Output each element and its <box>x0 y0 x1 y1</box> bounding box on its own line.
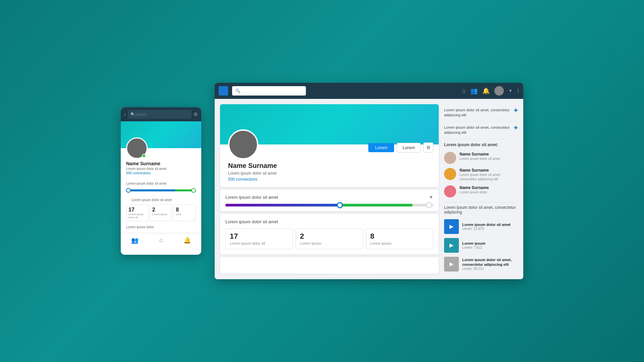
sidebar-person-2-desc: Lorem ipsum dolor sit amet, consectetur … <box>460 173 518 181</box>
mobile-nav-home-icon[interactable]: ⌂ <box>159 237 163 244</box>
sidebar-ad-1-icon[interactable]: ✚ <box>514 108 518 113</box>
mobile-slider-thumb-left[interactable] <box>126 188 131 193</box>
stat-3-label: Lorem ipsum <box>370 241 429 245</box>
sidebar-person-1-avatar <box>444 152 456 164</box>
mobile-stats-label: Lorem ipsum dolor sit amet <box>126 195 196 203</box>
sidebar-person-3-info: Name Surname Lorem ipsum dolor <box>460 185 518 194</box>
mobile-profile-subtitle: Lorem ipsum dolor sit amet <box>126 167 196 171</box>
sidebar-person-3-desc: Lorem ipsum dolor <box>460 190 518 194</box>
stat-3-number: 8 <box>370 232 429 241</box>
sidebar-media-3-title: Lorem ipsum dolor sit amet, consectetur … <box>462 257 518 267</box>
slider-thumb-right[interactable] <box>426 202 432 208</box>
sidebar-ad-2-icon[interactable]: ✚ <box>514 125 518 130</box>
desktop-search-input[interactable] <box>243 88 303 93</box>
desktop-logo <box>219 86 228 96</box>
desktop-search-wrapper: 🔍 <box>232 86 306 96</box>
sidebar-ad-1-text: Lorem ipsum dolor sit amet, consectetur … <box>444 108 511 118</box>
sidebar-ad-2-text: Lorem ipsum dolor sit amet, consectetur … <box>444 125 511 135</box>
mobile-stat-3: 8 Lore <box>173 204 196 221</box>
profile-settings-button[interactable]: ⚙ <box>423 142 433 153</box>
stat-1-number: 17 <box>230 232 288 241</box>
mobile-slider-thumb-right[interactable] <box>191 188 196 193</box>
mobile-stat-1-label: Lorem ipsum dolor sit <box>128 213 146 219</box>
sidebar-person-2: Name Surname Lorem ipsum dolor sit amet,… <box>444 166 518 183</box>
desktop-grid-icon[interactable]: ⁝ <box>517 87 519 95</box>
sidebar-media-3-count: Lorem: 30.211 <box>462 267 518 270</box>
desktop-search-icon: 🔍 <box>235 88 240 93</box>
mobile-stat-1: 17 Lorem ipsum dolor sit <box>126 204 149 221</box>
desktop-people-icon[interactable]: 👥 <box>470 87 478 95</box>
mobile-slider[interactable] <box>126 189 196 191</box>
profile-cover: Lorem Lorem ⚙ <box>220 104 439 144</box>
mobile-gear-icon[interactable]: ⚙ <box>194 112 198 117</box>
desktop-frame: 🔍 ⌂ 👥 🔔 ▼ ⁝ <box>215 83 523 279</box>
desktop-center-column: Lorem Lorem ⚙ Name Surname Lorem ipsum d… <box>220 104 439 274</box>
mobile-nav-bell-icon[interactable]: 🔔 <box>183 237 191 244</box>
mobile-stats-grid: 17 Lorem ipsum dolor sit 2 Lorem ipsum 8… <box>126 204 196 221</box>
profile-btn-secondary[interactable]: Lorem <box>397 143 421 153</box>
slider-chevron-icon[interactable]: ▼ <box>429 194 433 200</box>
sidebar-person-1-info: Name Surname Lorem ipsum dolor sit amet <box>460 152 518 161</box>
desktop-slider[interactable] <box>225 204 433 206</box>
profile-subtitle: Lorem ipsum dolor sit amet <box>228 171 431 176</box>
mobile-connections-link[interactable]: 500 connections <box>126 171 196 175</box>
mobile-back-icon[interactable]: ‹ <box>124 112 126 117</box>
desktop-sidebar: Lorem ipsum dolor sit amet, consectetur … <box>444 104 518 274</box>
sidebar-divider <box>444 202 518 202</box>
sidebar-media-1-title: Lorem ipsum dolor sit amet <box>462 222 518 227</box>
mobile-nav-people-icon[interactable]: 👥 <box>131 237 139 244</box>
profile-btn-primary[interactable]: Lorem <box>368 143 394 152</box>
desktop-home-icon[interactable]: ⌂ <box>462 87 466 95</box>
mobile-stat-3-label: Lore <box>176 213 194 216</box>
stat-cell-2: 2 Lorem ipsum <box>296 228 363 249</box>
desktop-bell-icon[interactable]: 🔔 <box>482 87 490 95</box>
sidebar-media-3-info: Lorem ipsum dolor sit amet, consectetur … <box>462 257 518 271</box>
desktop-user-avatar[interactable] <box>494 86 504 96</box>
mobile-online-indicator <box>142 154 146 158</box>
desktop-topbar-icons: ⌂ 👥 🔔 ▼ ⁝ <box>462 86 519 96</box>
desktop-dropdown-icon[interactable]: ▼ <box>508 88 513 93</box>
stat-cell-1: 17 Lorem ipsum dolor sit <box>225 228 293 249</box>
sidebar-media-3-thumb[interactable]: ▶ <box>444 257 459 272</box>
sidebar-person-3-avatar <box>444 185 456 197</box>
mobile-lorem-dolor: Lorem ipsum dolor <box>121 221 201 230</box>
mobile-stat-2: 2 Lorem ipsum <box>150 204 172 221</box>
sidebar-person-2-name: Name Surname <box>460 168 518 173</box>
stats-grid: 17 Lorem ipsum dolor sit 2 Lorem ipsum 8… <box>225 228 433 249</box>
mobile-search-bar[interactable]: 🔍 <box>128 110 192 119</box>
sidebar-person-3: Name Surname Lorem ipsum dolor <box>444 183 518 199</box>
profile-connections-link[interactable]: 500 connections <box>228 177 431 182</box>
stat-1-label: Lorem ipsum dolor sit <box>230 241 288 245</box>
sidebar-media-1: ▶ Lorem ipsum dolor sit amet Lorem: 12.8… <box>444 217 518 236</box>
stats-card: Lorem ipsum dolor sit amet 17 Lorem ipsu… <box>220 214 439 254</box>
sidebar-person-3-name: Name Surname <box>460 185 518 190</box>
slider-header: Lorem ipsum dolor sit amet ▼ <box>225 194 433 200</box>
sidebar-ad-item-1: Lorem ipsum dolor sit amet, consectetur … <box>444 104 518 122</box>
mobile-stat-1-number: 17 <box>128 207 146 213</box>
mobile-stat-3-number: 8 <box>176 207 194 213</box>
slider-title: Lorem ipsum dolor sit amet <box>225 195 278 200</box>
desktop-body: Lorem Lorem ⚙ Name Surname Lorem ipsum d… <box>215 99 523 279</box>
sidebar-person-1: Name Surname Lorem ipsum dolor sit amet <box>444 150 518 166</box>
sidebar-media-2-title: Lorem ipsum <box>462 241 518 246</box>
sidebar-person-2-info: Name Surname Lorem ipsum dolor sit amet,… <box>460 168 518 181</box>
slider-thumb-main[interactable] <box>337 202 343 208</box>
mobile-search-input[interactable] <box>135 112 189 116</box>
sidebar-media-1-count: Lorem: 12.875 <box>462 227 518 231</box>
mobile-stat-2-number: 2 <box>152 207 170 213</box>
sidebar-media-1-thumb[interactable]: ▶ <box>444 219 459 234</box>
mobile-avatar <box>126 137 148 159</box>
desktop-search-inner[interactable]: 🔍 <box>232 86 306 96</box>
desktop-topbar: 🔍 ⌂ 👥 🔔 ▼ ⁝ <box>215 83 523 99</box>
sidebar-media-2-count: Lorem: 7.612 <box>462 246 518 249</box>
stat-cell-3: 8 Lorem ipsum <box>366 228 433 249</box>
profile-avatar <box>228 129 258 160</box>
stat-2-number: 2 <box>300 232 359 241</box>
sidebar-media-2-thumb[interactable]: ▶ <box>444 238 459 253</box>
sidebar-media-2: ▶ Lorem ipsum Lorem: 7.612 <box>444 236 518 255</box>
mobile-slider-row <box>121 187 201 195</box>
mobile-search-icon: 🔍 <box>130 112 135 117</box>
mobile-stat-2-label: Lorem ipsum <box>152 213 170 216</box>
sidebar-person-1-desc: Lorem ipsum dolor sit amet <box>460 157 518 161</box>
mobile-stats-section: Lorem ipsum dolor sit amet 17 Lorem ipsu… <box>121 195 201 221</box>
